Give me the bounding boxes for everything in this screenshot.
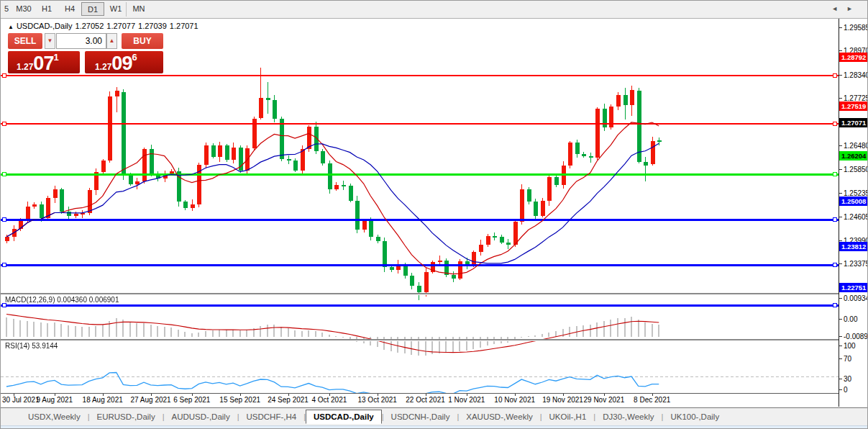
price-tag: 1.26204 bbox=[839, 151, 868, 161]
sell-quote-prefix: 1.27 bbox=[17, 62, 33, 72]
time-axis[interactable]: 30 Jul 20219 Aug 202118 Aug 202127 Aug 2… bbox=[1, 393, 839, 407]
volume-input[interactable]: 3.00 bbox=[56, 33, 106, 49]
axis-tick bbox=[839, 98, 842, 99]
axis-tick bbox=[839, 50, 842, 51]
date-label: 29 Nov 2021 bbox=[583, 396, 624, 404]
timeframe-button-h4[interactable]: H4 bbox=[58, 2, 81, 16]
chart-symbol-label: USDCAD-,Daily bbox=[17, 22, 73, 30]
price-scale-label: 1.25235 bbox=[844, 189, 868, 197]
macd-pane-separator[interactable] bbox=[1, 293, 868, 295]
ohlc-close: 1.27071 bbox=[170, 22, 198, 30]
date-label: 13 Oct 2021 bbox=[357, 396, 396, 404]
price-tag: 1.28792 bbox=[839, 53, 868, 62]
macd-scale-label: 0.00 bbox=[844, 315, 857, 323]
rsi-scale-label: 30 bbox=[844, 375, 851, 383]
date-label: 24 Sep 2021 bbox=[268, 396, 309, 404]
price-scale-label: 1.26480 bbox=[844, 142, 868, 150]
buy-quote-display[interactable]: 1.27096 bbox=[85, 51, 163, 73]
timeframe-button-w1[interactable]: W1 bbox=[104, 2, 127, 16]
tab-usdchf-h4[interactable]: USDCHF-,H4 bbox=[239, 410, 304, 423]
price-scale-label: 1.25850 bbox=[844, 166, 868, 173]
date-label: 27 Aug 2021 bbox=[130, 396, 170, 404]
tab-usdcnh-daily[interactable]: USDCNH-,Daily bbox=[384, 410, 457, 423]
axis-tick bbox=[839, 145, 842, 146]
date-label: 1 Nov 2021 bbox=[448, 396, 485, 404]
date-label: 15 Sep 2021 bbox=[219, 396, 260, 404]
status-strip bbox=[1, 425, 868, 429]
tab-scroll-left-icon[interactable]: ◄ bbox=[831, 5, 846, 12]
macd-scale-label: -0.008902 bbox=[844, 333, 868, 340]
ohlc-high: 1.27077 bbox=[106, 22, 135, 30]
price-scale-label: 1.28340 bbox=[844, 71, 868, 79]
volume-increase-button[interactable]: ▲ bbox=[106, 33, 117, 49]
axis-tick bbox=[839, 389, 842, 390]
timeframe-button-m30[interactable]: M30 bbox=[12, 2, 35, 16]
date-label: 30 Jul 2021 bbox=[2, 396, 40, 404]
axis-tick bbox=[839, 193, 842, 194]
tab-uk100-daily[interactable]: UK100-,Daily bbox=[663, 410, 726, 423]
price-tag: 1.27071 bbox=[839, 118, 868, 127]
macd-scale-label: 0.009345 bbox=[844, 294, 868, 302]
price-tag: 1.22751 bbox=[839, 283, 868, 292]
axis-tick bbox=[839, 75, 842, 76]
tab-ukoil-h1[interactable]: UKOil-,H1 bbox=[542, 410, 594, 423]
tab-usdcad-daily[interactable]: USDCAD-,Daily bbox=[306, 410, 382, 424]
date-label: 10 Nov 2021 bbox=[494, 396, 535, 404]
sell-quote-display[interactable]: 1.27071 bbox=[8, 51, 80, 73]
one-click-trade-panel: SELL ▼ 3.00 ▲ BUY 1.27071 1.27096 bbox=[6, 32, 163, 75]
tab-xauusd-weekly[interactable]: XAUUSD-,Weekly bbox=[459, 410, 539, 423]
axis-tick bbox=[839, 27, 842, 28]
date-label: 19 Nov 2021 bbox=[542, 396, 583, 404]
axis-tick bbox=[839, 358, 842, 359]
tab-scroll-right-icon[interactable]: ► bbox=[846, 5, 862, 12]
toolbar-separator bbox=[126, 2, 127, 17]
rsi-scale-label: 70 bbox=[844, 355, 851, 363]
buy-button[interactable]: BUY bbox=[122, 33, 163, 49]
macd-values: 0.004360 0.006901 bbox=[57, 296, 119, 304]
tab-dj30-weekly[interactable]: DJ30-,Weekly bbox=[595, 410, 661, 423]
tab-eurusd-daily[interactable]: EURUSD-,Daily bbox=[90, 410, 163, 423]
rsi-scale-label: 0 bbox=[844, 386, 848, 394]
price-tag: 1.23812 bbox=[839, 242, 868, 251]
ohlc-open: 1.27052 bbox=[76, 22, 104, 30]
sell-button[interactable]: SELL bbox=[8, 33, 42, 49]
tab-audusd-daily[interactable]: AUDUSD-,Daily bbox=[165, 410, 237, 423]
price-scale-label: 1.24605 bbox=[844, 213, 868, 221]
date-label: 9 Aug 2021 bbox=[37, 396, 73, 404]
price-scale-label: 1.23375 bbox=[844, 260, 868, 268]
terminal-window: 5M30H1H4D1W1MN ▲USDCAD-,Daily1.270521.27… bbox=[0, 0, 868, 429]
axis-tick bbox=[839, 336, 842, 337]
macd-label: MACD(12,26,9) 0.004360 0.006901 bbox=[5, 296, 119, 304]
axis-tick bbox=[839, 217, 842, 217]
volume-decrease-button[interactable]: ▼ bbox=[45, 33, 55, 49]
buy-quote-sup: 6 bbox=[132, 52, 137, 63]
price-chart-canvas[interactable] bbox=[1, 37, 839, 311]
date-label: 18 Aug 2021 bbox=[83, 396, 123, 404]
axis-tick bbox=[839, 169, 842, 170]
sell-quote-big: 07 bbox=[33, 53, 53, 74]
collapse-arrow-icon[interactable]: ▲ bbox=[8, 24, 14, 30]
buy-quote-prefix: 1.27 bbox=[95, 62, 111, 72]
date-label: 8 Dec 2021 bbox=[634, 396, 670, 404]
tab-scroll-arrows[interactable]: ◄► bbox=[831, 5, 862, 12]
timeframe-button-mn[interactable]: MN bbox=[127, 2, 150, 16]
price-scale-label: 1.29585 bbox=[844, 24, 868, 32]
rsi-pane-separator[interactable] bbox=[1, 339, 868, 341]
chart-area[interactable] bbox=[1, 19, 868, 407]
timeframe-button-5[interactable]: 5 bbox=[1, 2, 12, 16]
date-label: 4 Oct 2021 bbox=[311, 396, 347, 404]
price-tag: 1.27519 bbox=[839, 101, 868, 111]
axis-tick bbox=[839, 263, 842, 264]
tab-usdx-weekly[interactable]: USDX,Weekly bbox=[21, 410, 88, 423]
price-axis[interactable]: 1.295851.289701.283401.277251.271101.264… bbox=[839, 19, 868, 407]
buy-quote-big: 09 bbox=[111, 53, 132, 74]
timeframe-button-d1[interactable]: D1 bbox=[81, 2, 104, 16]
timeframe-button-h1[interactable]: H1 bbox=[35, 2, 58, 16]
rsi-scale-label: 100 bbox=[844, 342, 856, 350]
rsi-label: RSI(14) 53.9144 bbox=[5, 342, 58, 350]
macd-indicator-canvas[interactable] bbox=[1, 312, 839, 357]
price-tag: 1.25008 bbox=[839, 197, 868, 206]
axis-tick bbox=[839, 346, 842, 346]
date-label: 22 Oct 2021 bbox=[406, 396, 444, 404]
axis-tick bbox=[839, 240, 842, 241]
